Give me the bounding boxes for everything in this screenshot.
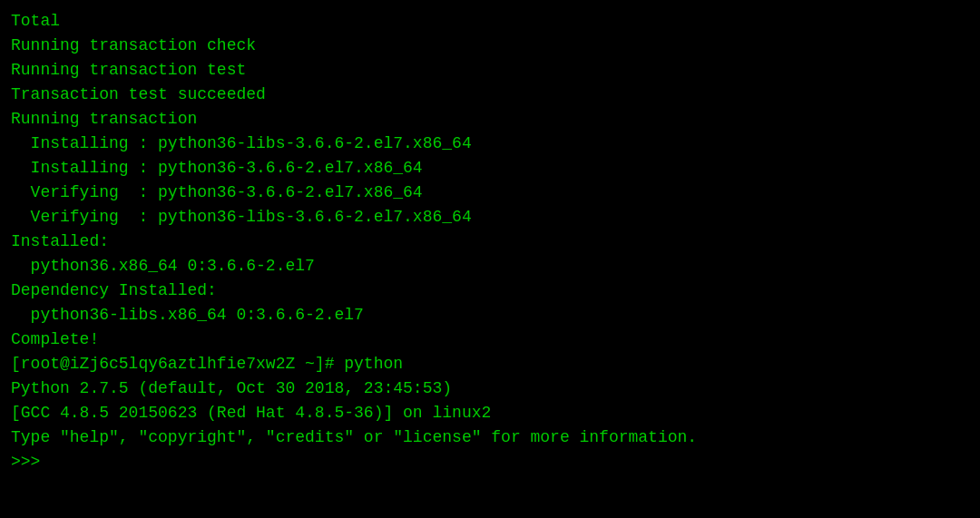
terminal-line-verifying-libs: Verifying : python36-libs-3.6.6-2.el7.x8… (11, 205, 969, 230)
terminal-line-verifying-python: Verifying : python36-3.6.6-2.el7.x86_64 (11, 181, 969, 205)
terminal-window: TotalRunning transaction checkRunning tr… (11, 9, 969, 509)
terminal-line-type-help: Type "help", "copyright", "credits" or "… (11, 425, 969, 450)
terminal-line-test-succeeded: Transaction test succeeded (11, 83, 969, 107)
terminal-line-installed-pkg: python36.x86_64 0:3.6.6-2.el7 (11, 254, 969, 279)
terminal-line-running-test: Running transaction test (11, 58, 969, 83)
terminal-line-running-transaction: Running transaction (11, 107, 969, 132)
terminal-line-repl: >>> (11, 450, 969, 474)
terminal-line-installing-libs: Installing : python36-libs-3.6.6-2.el7.x… (11, 132, 969, 156)
terminal-line-installing-python: Installing : python36-3.6.6-2.el7.x86_64 (11, 156, 969, 181)
terminal-line-prompt: [root@iZj6c5lqy6aztlhfie7xw2Z ~]# python (11, 352, 969, 376)
terminal-line-running-check: Running transaction check (11, 34, 969, 58)
terminal-line-complete: Complete! (11, 327, 969, 352)
terminal-line-dep-installed-pkg: python36-libs.x86_64 0:3.6.6-2.el7 (11, 303, 969, 327)
terminal-line-installed-header: Installed: (11, 230, 969, 254)
terminal-line-total: Total (11, 9, 969, 34)
terminal-line-gcc-info: [GCC 4.8.5 20150623 (Red Hat 4.8.5-36)] … (11, 401, 969, 425)
terminal-line-dep-installed-header: Dependency Installed: (11, 279, 969, 303)
terminal-line-python-version: Python 2.7.5 (default, Oct 30 2018, 23:4… (11, 376, 969, 401)
